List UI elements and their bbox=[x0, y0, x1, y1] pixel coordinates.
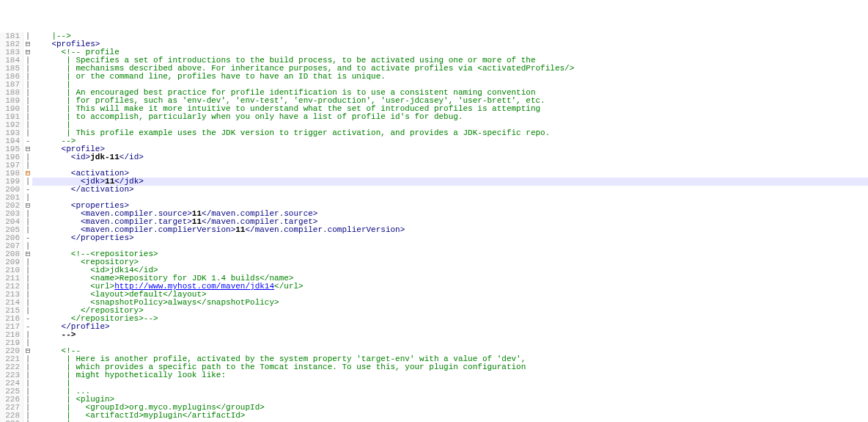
code-line[interactable]: </profile> bbox=[32, 323, 868, 331]
code-area[interactable]: |--> <profiles> <!-- profile | Specifies… bbox=[32, 32, 868, 422]
code-line[interactable] bbox=[32, 161, 868, 170]
code-line[interactable]: </properties> bbox=[32, 234, 868, 242]
code-line[interactable]: <activation> bbox=[32, 170, 868, 178]
code-line[interactable]: | or the command line, profiles have to … bbox=[32, 73, 868, 81]
code-line[interactable]: |--> bbox=[32, 32, 868, 40]
fold-gutter[interactable]: |⊟⊟||||||||||-⊟||⊟|-|⊟|||-|⊟|||||||--||⊟… bbox=[23, 32, 32, 422]
code-editor[interactable]: 1811821831841851861871881891901911921931… bbox=[0, 32, 868, 422]
code-line[interactable]: <snapshotPolicy>always</snapshotPolicy> bbox=[32, 299, 868, 307]
code-line[interactable]: | might hypothetically look like: bbox=[32, 371, 868, 379]
code-line[interactable]: <profiles> bbox=[32, 40, 868, 48]
code-line[interactable]: <id>jdk-11</id> bbox=[32, 153, 868, 161]
code-line[interactable]: --> bbox=[32, 331, 868, 339]
code-line[interactable]: <maven.compiler.complierVersion>11</mave… bbox=[32, 226, 868, 234]
line-number-gutter[interactable]: 1811821831841851861871881891901911921931… bbox=[0, 32, 23, 422]
code-line[interactable]: </repositories>--> bbox=[32, 315, 868, 323]
code-line[interactable]: <jdk>11</jdk> bbox=[32, 178, 868, 186]
code-line[interactable] bbox=[32, 194, 868, 202]
code-line[interactable]: | ... bbox=[32, 388, 868, 396]
code-line[interactable]: <!--<repositories> bbox=[32, 250, 868, 258]
code-line[interactable]: <profile> bbox=[32, 145, 868, 153]
code-line[interactable]: | <artifactId>myplugin</artifactId> bbox=[32, 412, 868, 420]
code-line[interactable]: | This profile example uses the JDK vers… bbox=[32, 129, 868, 137]
code-line[interactable]: | bbox=[32, 379, 868, 388]
code-line[interactable]: </activation> bbox=[32, 186, 868, 194]
code-line[interactable] bbox=[32, 339, 868, 347]
code-line[interactable]: --> bbox=[32, 137, 868, 145]
code-line[interactable]: | to accomplish, particularly when you o… bbox=[32, 113, 868, 121]
